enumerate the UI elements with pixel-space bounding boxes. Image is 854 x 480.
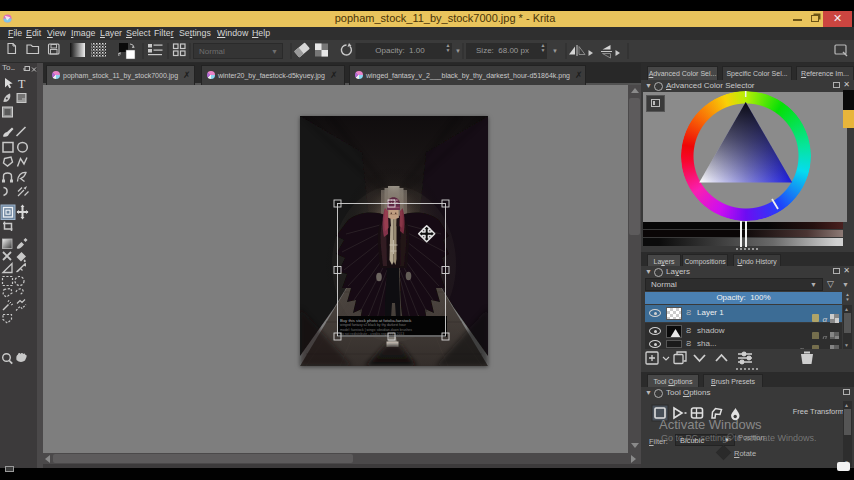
svg-text:Buy this stock photo at fotoli: Buy this stock photo at fotolia-faestock xyxy=(340,318,412,323)
svg-text:T: T xyxy=(18,77,26,91)
svg-text:winged fantasy v2 black by thy: winged fantasy v2 black by thy darkest h… xyxy=(340,323,407,327)
svg-text:model: faestock | wings: obsid: model: faestock | wings: obsidian-dawn b… xyxy=(340,328,412,332)
